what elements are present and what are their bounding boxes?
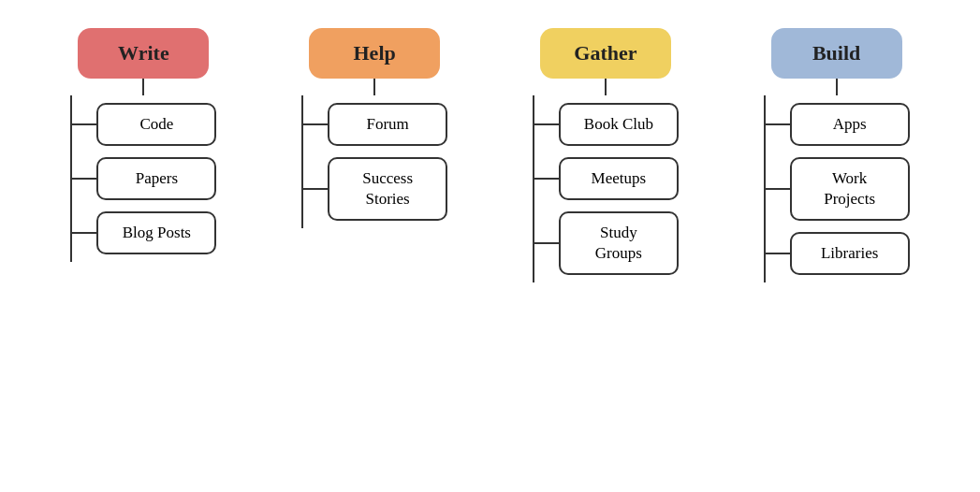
h-line-build-2 — [766, 253, 790, 254]
bracket-help: ForumSuccess Stories — [301, 95, 447, 228]
h-line-help-0 — [303, 123, 328, 125]
h-line-write-1 — [72, 178, 96, 180]
down-stub-gather — [605, 79, 607, 95]
child-item-gather-0: Book Club — [534, 103, 679, 146]
child-item-build-1: Work Projects — [766, 157, 910, 221]
down-stub-write — [142, 79, 144, 95]
child-item-write-2: Blog Posts — [72, 211, 216, 254]
down-stub-build — [836, 79, 838, 95]
child-item-gather-1: Meetups — [534, 157, 679, 200]
down-stub-help — [373, 79, 375, 95]
root-gather[interactable]: Gather — [540, 28, 671, 79]
child-item-write-0: Code — [72, 103, 216, 146]
leaf-write-1[interactable]: Papers — [96, 157, 216, 200]
leaf-help-0[interactable]: Forum — [328, 103, 447, 146]
leaf-gather-0[interactable]: Book Club — [559, 103, 679, 146]
child-item-build-0: Apps — [766, 103, 910, 146]
leaf-gather-2[interactable]: Study Groups — [559, 211, 679, 275]
column-write: WriteCodePapersBlog Posts — [28, 19, 259, 271]
leaf-gather-1[interactable]: Meetups — [559, 157, 679, 200]
h-line-gather-1 — [534, 178, 559, 180]
bracket-vert-build — [764, 95, 766, 282]
column-help: HelpForumSuccess Stories — [259, 19, 490, 238]
h-line-gather-0 — [534, 123, 559, 125]
leaf-help-1[interactable]: Success Stories — [328, 157, 447, 221]
column-gather: GatherBook ClubMeetupsStudy Groups — [490, 19, 722, 292]
children-col-help: ForumSuccess Stories — [303, 95, 447, 228]
leaf-build-0[interactable]: Apps — [790, 103, 910, 146]
leaf-write-0[interactable]: Code — [96, 103, 216, 146]
h-line-build-1 — [766, 188, 790, 190]
h-line-write-0 — [72, 123, 96, 125]
leaf-build-2[interactable]: Libraries — [790, 232, 910, 275]
children-col-build: AppsWork ProjectsLibraries — [766, 95, 910, 282]
h-line-write-2 — [72, 232, 96, 234]
h-line-build-0 — [766, 123, 790, 125]
leaf-write-2[interactable]: Blog Posts — [96, 211, 216, 254]
bracket-build: AppsWork ProjectsLibraries — [764, 95, 910, 282]
children-col-write: CodePapersBlog Posts — [72, 95, 216, 262]
child-item-gather-2: Study Groups — [534, 211, 679, 275]
h-line-help-1 — [303, 188, 328, 190]
root-help[interactable]: Help — [309, 28, 440, 79]
h-line-gather-2 — [534, 242, 559, 244]
bracket-vert-write — [70, 95, 72, 262]
leaf-build-1[interactable]: Work Projects — [790, 157, 910, 221]
child-item-help-0: Forum — [303, 103, 447, 146]
root-write[interactable]: Write — [78, 28, 209, 79]
root-build[interactable]: Build — [771, 28, 902, 79]
child-item-write-1: Papers — [72, 157, 216, 200]
column-build: BuildAppsWork ProjectsLibraries — [721, 19, 952, 292]
bracket-gather: Book ClubMeetupsStudy Groups — [533, 95, 679, 282]
child-item-help-1: Success Stories — [303, 157, 447, 221]
diagram: WriteCodePapersBlog PostsHelpForumSucces… — [0, 0, 980, 492]
child-item-build-2: Libraries — [766, 232, 910, 275]
bracket-vert-gather — [533, 95, 534, 282]
children-col-gather: Book ClubMeetupsStudy Groups — [534, 95, 679, 282]
bracket-vert-help — [301, 95, 303, 228]
bracket-write: CodePapersBlog Posts — [70, 95, 216, 262]
